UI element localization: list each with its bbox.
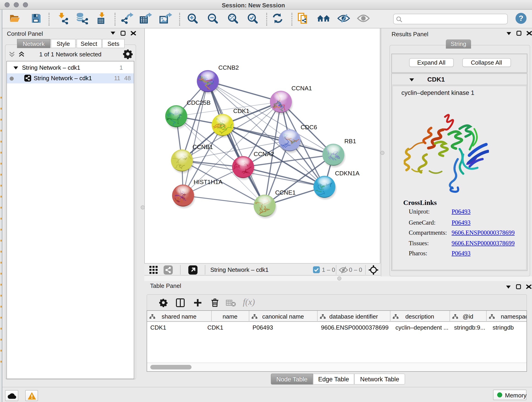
svg-text:HIST1H1A: HIST1H1A <box>193 179 222 185</box>
svg-text:CDC25B: CDC25B <box>186 99 210 106</box>
svg-text:CCNA1: CCNA1 <box>291 85 312 92</box>
svg-text:CDKN1A: CDKN1A <box>335 170 359 177</box>
svg-text:CCNA2: CCNA2 <box>253 151 274 157</box>
svg-text:CCNB2: CCNB2 <box>218 64 239 71</box>
svg-text:CDC6: CDC6 <box>300 124 317 131</box>
svg-text:?: ? <box>519 14 523 22</box>
svg-text:CDK1: CDK1 <box>233 108 249 114</box>
svg-text:RB1: RB1 <box>344 138 356 145</box>
svg-text:CCNB1: CCNB1 <box>192 143 213 150</box>
svg-text:CCNE1: CCNE1 <box>275 189 295 196</box>
